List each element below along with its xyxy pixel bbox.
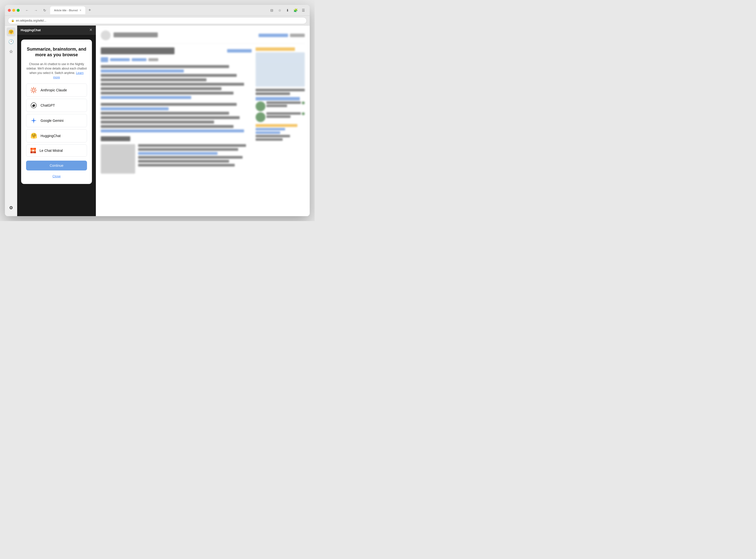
title-bar: ← → ↻ Article title - Blurred × + ⊟ ☆ ⬇ … xyxy=(5,5,310,16)
text-line-8 xyxy=(101,112,229,115)
panel-title: HuggingChat xyxy=(21,28,41,32)
sidebar-item-bookmarks[interactable]: ☆ xyxy=(7,47,16,56)
huggingchat-name: HuggingChat xyxy=(41,134,61,138)
sidebar-row-2 xyxy=(256,112,305,122)
sidebar-item-history[interactable]: 🕐 xyxy=(7,37,16,46)
text-line-1 xyxy=(101,65,229,68)
site-name-bar xyxy=(113,32,158,37)
huggingchat-panel: HuggingChat ✕ Summarize, brainstorm, and… xyxy=(17,25,96,216)
history-icon: 🕐 xyxy=(8,39,14,44)
page-sidebar xyxy=(256,47,305,174)
sidebar-gray-2 xyxy=(256,138,283,141)
forward-button[interactable]: → xyxy=(33,7,39,14)
article-meta xyxy=(101,57,252,62)
toolbar-icons: ⊟ ☆ ⬇ 🧩 ☰ xyxy=(268,7,307,14)
lock-icon: 🔒 xyxy=(11,19,15,22)
modal-description: Choose an AI chatbot to use in the Night… xyxy=(26,62,87,80)
claude-icon xyxy=(30,86,38,94)
settings-icon: ⚙ xyxy=(9,205,13,210)
sidebar-badge-2 xyxy=(302,112,305,115)
text-line-blue-4 xyxy=(101,130,244,132)
huggingchat-emoji-icon: 🤗 xyxy=(30,133,37,139)
gemini-name: Google Gemini xyxy=(41,119,63,122)
sidebar-bottom: ⚙ xyxy=(7,203,16,214)
s-line-5 xyxy=(138,160,229,163)
svg-rect-14 xyxy=(33,151,34,153)
article-image xyxy=(101,144,135,174)
back-button[interactable]: ← xyxy=(24,7,30,14)
svg-line-7 xyxy=(32,91,33,92)
address-bar[interactable]: 🔒 en.wikipedia.org/wiki/... xyxy=(8,17,307,24)
chatbot-item-chatgpt[interactable]: ChatGPT xyxy=(26,99,87,112)
header-action-2 xyxy=(290,33,305,37)
page-article xyxy=(101,47,252,174)
sidebar-item-settings[interactable]: ⚙ xyxy=(7,203,16,212)
web-content-blurred xyxy=(96,25,310,216)
sidebar-blue-2 xyxy=(256,131,280,134)
meta-tag-4 xyxy=(148,58,158,61)
text-line-3 xyxy=(101,79,207,81)
text-line-4 xyxy=(101,83,244,86)
sidebar-badge-1 xyxy=(302,102,305,104)
mistral-icon xyxy=(30,147,37,154)
extensions-icon[interactable]: 🧩 xyxy=(292,7,299,14)
continue-button[interactable]: Continue xyxy=(26,161,87,171)
chatbot-item-claude[interactable]: Anthropic Claude xyxy=(26,84,87,97)
svg-rect-8 xyxy=(30,148,33,150)
download-icon[interactable]: ⬇ xyxy=(284,7,291,14)
modal-title: Summarize, brainstorm, and more as you b… xyxy=(26,46,87,58)
modal-card: Summarize, brainstorm, and more as you b… xyxy=(21,40,92,184)
svg-line-6 xyxy=(35,88,36,89)
tab-title: Article title - Blurred xyxy=(54,9,78,12)
sidebar-avatar-2 xyxy=(256,112,265,122)
menu-icon[interactable]: ☰ xyxy=(300,7,307,14)
s-line-4 xyxy=(138,156,243,159)
sidebar-item-huggingchat[interactable]: 🤗 xyxy=(7,27,16,36)
address-text: en.wikipedia.org/wiki/... xyxy=(16,19,46,22)
reload-button[interactable]: ↻ xyxy=(41,7,48,14)
svg-line-4 xyxy=(32,88,33,89)
section-title xyxy=(101,136,130,141)
active-tab[interactable]: Article title - Blurred × xyxy=(50,6,85,14)
text-line-blue-3 xyxy=(101,107,169,110)
sidebar-line-1 xyxy=(256,89,305,91)
meta-tag-2 xyxy=(110,58,130,61)
chatbot-item-gemini[interactable]: Google Gemini xyxy=(26,114,87,127)
meta-tag-1 xyxy=(101,57,108,62)
close-traffic-light[interactable] xyxy=(8,9,11,12)
svg-rect-10 xyxy=(34,148,36,150)
chatgpt-name: ChatGPT xyxy=(41,104,55,107)
article-action xyxy=(227,49,252,52)
sidebar-section-title xyxy=(256,97,300,100)
article-title-bar xyxy=(101,47,174,54)
s-line-6 xyxy=(138,164,235,166)
sidebar-avatar-text-2 xyxy=(266,112,301,122)
tab-close-button[interactable]: × xyxy=(80,9,81,12)
huggingchat-icon: 🤗 xyxy=(30,132,38,140)
chatbot-item-mistral[interactable]: Le Chat Mistral xyxy=(26,144,87,157)
text-line-11 xyxy=(101,125,234,128)
maximize-traffic-light[interactable] xyxy=(17,9,20,12)
svg-rect-12 xyxy=(34,150,36,151)
minimize-traffic-light[interactable] xyxy=(12,9,15,12)
svg-rect-11 xyxy=(30,150,33,151)
text-line-blue-1 xyxy=(101,69,184,72)
bookmark-icon[interactable]: ⊟ xyxy=(268,7,275,14)
chatbot-item-huggingchat[interactable]: 🤗 HuggingChat xyxy=(26,129,87,142)
new-tab-button[interactable]: + xyxy=(86,7,93,14)
mistral-name: Le Chat Mistral xyxy=(40,149,63,153)
panel-close-button[interactable]: ✕ xyxy=(89,28,92,32)
sidebar-image-1 xyxy=(256,52,305,87)
sidebar-line-2 xyxy=(256,92,290,95)
sidebar-avatar-text xyxy=(266,102,301,111)
claude-name: Anthropic Claude xyxy=(41,88,67,92)
close-link[interactable]: Close xyxy=(26,174,87,178)
tab-bar: Article title - Blurred × + xyxy=(50,6,266,14)
s-line-1 xyxy=(138,144,246,147)
sidebar-yellow-1 xyxy=(256,124,297,127)
svg-line-5 xyxy=(35,91,36,92)
header-action-1 xyxy=(259,33,288,37)
sidebar-av-line-3 xyxy=(266,112,301,115)
bookmarks-icon: ☆ xyxy=(9,49,13,54)
star-icon[interactable]: ☆ xyxy=(276,7,283,14)
